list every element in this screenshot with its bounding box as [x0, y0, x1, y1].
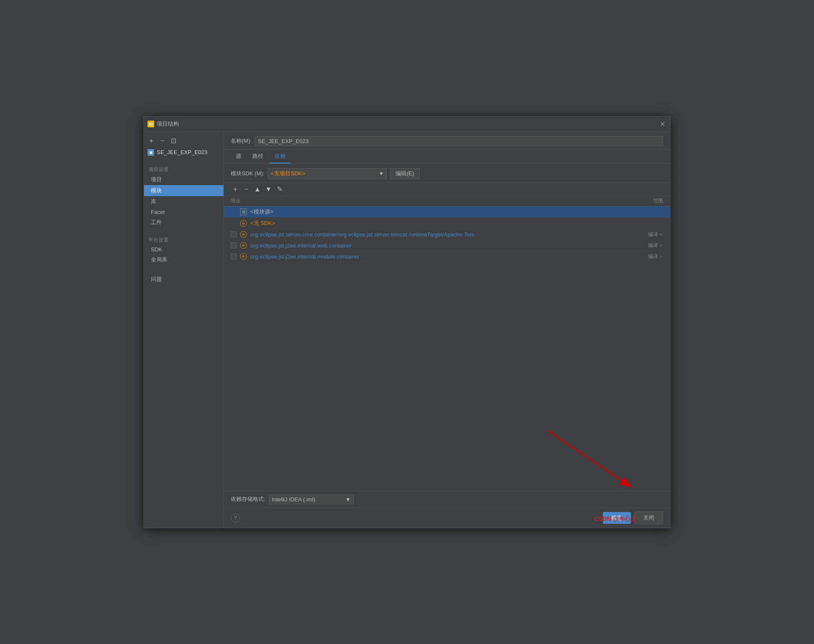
sidebar-item-module[interactable]: 模块	[144, 185, 223, 196]
sdk-select[interactable]: <无项目SDK> ▼	[268, 168, 387, 179]
dep-scope-web: 编译 ▼	[638, 242, 663, 249]
storage-select-value: IntelliJ IDEA (.iml)	[272, 496, 316, 503]
dep-row-tomcat[interactable]: ⊕ org.eclipse.jst.server.core.container/…	[224, 229, 670, 240]
tab-dependencies[interactable]: 依赖	[269, 150, 291, 163]
name-label: 名称(M):	[231, 137, 252, 145]
storage-select[interactable]: IntelliJ IDEA (.iml) ▼	[269, 495, 354, 504]
dialog-body: + − ⊡ ▣ SE_JEE_EXP_E023 项目设置 项目	[144, 132, 670, 528]
sdk-row: 模块SDK (M): <无项目SDK> ▼ 编辑(E)	[224, 164, 670, 183]
module-name-input[interactable]	[255, 136, 663, 146]
dep-scope-tomcat: 编译 ▼	[638, 231, 663, 238]
dep-table: ▣ <模块源> ⊕ <无 SDK>	[224, 206, 670, 491]
dep-icon-web: ⊕	[240, 242, 247, 249]
sidebar-toolbar: + − ⊡	[144, 135, 223, 147]
watermark: CSDN @今心上	[594, 515, 636, 523]
main-content: 名称(M): 源 路径 依赖 模块SDK	[224, 132, 670, 528]
dep-checkbox-module[interactable]	[231, 253, 237, 259]
sidebar-item-library[interactable]: 库	[144, 196, 223, 207]
dialog-title: 项目结构	[157, 120, 658, 128]
sidebar-item-problems[interactable]: 问题	[144, 274, 223, 285]
dep-row-module-source[interactable]: ▣ <模块源>	[224, 206, 670, 218]
tabs-row: 源 路径 依赖	[224, 150, 670, 164]
tab-source[interactable]: 源	[231, 150, 246, 163]
dep-row-module-container[interactable]: ⊕ org.eclipse.jst.j2ee.internal.module.c…	[224, 251, 670, 262]
scope-dropdown-web[interactable]: ▼	[659, 243, 663, 248]
dep-row-web-container[interactable]: ⊕ org.eclipse.jst.j2ee.internal.web.cont…	[224, 240, 670, 251]
sdk-label: 模块SDK (M):	[231, 170, 264, 177]
module-name: SE_JEE_EXP_E023	[157, 149, 207, 155]
sidebar-item-facet[interactable]: Facet	[144, 207, 223, 217]
dep-row-no-sdk[interactable]: ⊕ <无 SDK>	[224, 218, 670, 229]
add-module-button[interactable]: +	[147, 136, 156, 146]
close-button[interactable]: ✕	[658, 120, 667, 128]
project-settings-label: 项目设置	[144, 164, 223, 174]
dep-col-export: 导出	[231, 197, 638, 205]
name-row: 名称(M):	[224, 132, 670, 150]
help-button[interactable]: ?	[231, 513, 240, 523]
sidebar-item-project[interactable]: 项目	[144, 174, 223, 185]
module-source-label: <模块源>	[250, 208, 634, 216]
sidebar-item-global-library[interactable]: 全局库	[144, 254, 223, 265]
scope-dropdown-module[interactable]: ▼	[659, 254, 663, 259]
dep-text-web: org.eclipse.jst.j2ee.internal.web.contai…	[250, 242, 634, 249]
dep-scope-module: 编译 ▼	[638, 253, 663, 260]
dep-toolbar: + − ▲ ▼ ✎	[224, 183, 670, 196]
dep-icon-tomcat: ⊕	[240, 231, 247, 238]
cancel-button[interactable]: 关闭	[634, 512, 663, 524]
dep-text-module: org.eclipse.jst.j2ee.internal.module.con…	[250, 253, 634, 260]
edit-sdk-button[interactable]: 编辑(E)	[390, 168, 419, 179]
dep-add-button[interactable]: +	[231, 185, 240, 194]
copy-module-button[interactable]: ⊡	[169, 136, 178, 146]
storage-dropdown-icon: ▼	[345, 496, 351, 503]
dep-up-button[interactable]: ▲	[253, 185, 262, 194]
sdk-select-value: <无项目SDK>	[271, 170, 305, 177]
platform-settings-label: 平台设置	[144, 235, 223, 245]
app-icon: Iti	[147, 121, 154, 127]
module-icon: ▣	[147, 149, 154, 156]
dep-down-button[interactable]: ▼	[264, 185, 273, 194]
dep-edit-button[interactable]: ✎	[275, 185, 284, 194]
project-structure-dialog: Iti 项目结构 ✕ + − ⊡ ▣ SE_JEE_EXP_E023	[144, 116, 670, 528]
dep-text-tomcat: org.eclipse.jst.server.core.container/or…	[250, 231, 634, 238]
dep-icon-module: ⊕	[240, 253, 247, 260]
no-sdk-icon: ⊕	[240, 220, 247, 227]
dep-checkbox-web[interactable]	[231, 242, 237, 248]
remove-module-button[interactable]: −	[158, 136, 167, 146]
dep-checkbox-tomcat[interactable]	[231, 231, 237, 237]
dep-remove-button[interactable]: −	[242, 185, 251, 194]
footer-left: ?	[231, 513, 599, 523]
dep-table-header: 导出 范围	[224, 196, 670, 206]
module-list-item[interactable]: ▣ SE_JEE_EXP_E023	[144, 147, 223, 157]
title-bar: Iti 项目结构 ✕	[144, 117, 670, 132]
tab-path[interactable]: 路径	[247, 150, 269, 163]
scope-dropdown-tomcat[interactable]: ▼	[659, 232, 663, 237]
storage-label: 依赖存储格式:	[231, 495, 266, 503]
sidebar-item-sdk[interactable]: SDK	[144, 245, 223, 254]
sdk-dropdown-icon: ▼	[379, 171, 384, 177]
sidebar-item-artifact[interactable]: 工件	[144, 217, 223, 228]
sidebar: + − ⊡ ▣ SE_JEE_EXP_E023 项目设置 项目	[144, 132, 224, 528]
storage-format-row: 依赖存储格式: IntelliJ IDEA (.iml) ▼	[224, 491, 670, 508]
platform-settings-section: 平台设置 SDK 全局库	[144, 233, 223, 267]
module-source-icon: ▣	[240, 208, 247, 215]
dep-col-scope: 范围	[638, 197, 663, 205]
no-sdk-label: <无 SDK>	[250, 219, 634, 227]
project-settings-section: 项目设置 项目 模块 库 Facet 工件	[144, 163, 223, 230]
